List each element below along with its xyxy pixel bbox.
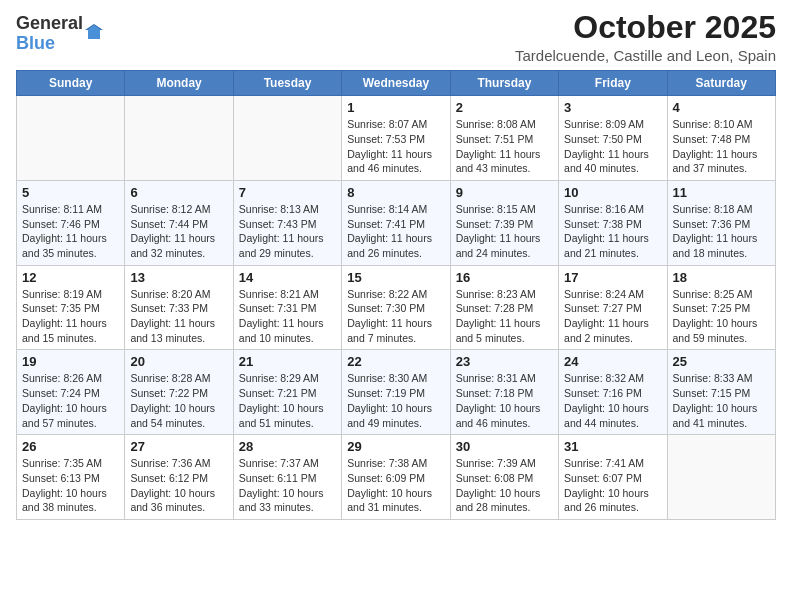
- table-row: 23Sunrise: 8:31 AM Sunset: 7:18 PM Dayli…: [450, 350, 558, 435]
- calendar-week-row: 26Sunrise: 7:35 AM Sunset: 6:13 PM Dayli…: [17, 435, 776, 520]
- day-info: Sunrise: 8:28 AM Sunset: 7:22 PM Dayligh…: [130, 371, 227, 430]
- day-number: 28: [239, 439, 336, 454]
- day-info: Sunrise: 8:33 AM Sunset: 7:15 PM Dayligh…: [673, 371, 770, 430]
- day-info: Sunrise: 8:31 AM Sunset: 7:18 PM Dayligh…: [456, 371, 553, 430]
- day-number: 30: [456, 439, 553, 454]
- day-number: 27: [130, 439, 227, 454]
- day-number: 3: [564, 100, 661, 115]
- col-wednesday: Wednesday: [342, 71, 450, 96]
- col-sunday: Sunday: [17, 71, 125, 96]
- day-number: 22: [347, 354, 444, 369]
- table-row: 11Sunrise: 8:18 AM Sunset: 7:36 PM Dayli…: [667, 180, 775, 265]
- title-block: October 2025 Tardelcuende, Castille and …: [515, 10, 776, 64]
- table-row: 31Sunrise: 7:41 AM Sunset: 6:07 PM Dayli…: [559, 435, 667, 520]
- day-info: Sunrise: 8:23 AM Sunset: 7:28 PM Dayligh…: [456, 287, 553, 346]
- day-info: Sunrise: 8:09 AM Sunset: 7:50 PM Dayligh…: [564, 117, 661, 176]
- calendar-week-row: 12Sunrise: 8:19 AM Sunset: 7:35 PM Dayli…: [17, 265, 776, 350]
- day-number: 29: [347, 439, 444, 454]
- table-row: 8Sunrise: 8:14 AM Sunset: 7:41 PM Daylig…: [342, 180, 450, 265]
- calendar-week-row: 19Sunrise: 8:26 AM Sunset: 7:24 PM Dayli…: [17, 350, 776, 435]
- day-number: 16: [456, 270, 553, 285]
- day-info: Sunrise: 8:16 AM Sunset: 7:38 PM Dayligh…: [564, 202, 661, 261]
- table-row: 2Sunrise: 8:08 AM Sunset: 7:51 PM Daylig…: [450, 96, 558, 181]
- table-row: 27Sunrise: 7:36 AM Sunset: 6:12 PM Dayli…: [125, 435, 233, 520]
- day-number: 17: [564, 270, 661, 285]
- table-row: 3Sunrise: 8:09 AM Sunset: 7:50 PM Daylig…: [559, 96, 667, 181]
- day-number: 18: [673, 270, 770, 285]
- table-row: 18Sunrise: 8:25 AM Sunset: 7:25 PM Dayli…: [667, 265, 775, 350]
- day-number: 6: [130, 185, 227, 200]
- day-number: 13: [130, 270, 227, 285]
- day-number: 2: [456, 100, 553, 115]
- table-row: 16Sunrise: 8:23 AM Sunset: 7:28 PM Dayli…: [450, 265, 558, 350]
- day-info: Sunrise: 7:38 AM Sunset: 6:09 PM Dayligh…: [347, 456, 444, 515]
- logo-blue: Blue: [16, 34, 83, 54]
- table-row: 20Sunrise: 8:28 AM Sunset: 7:22 PM Dayli…: [125, 350, 233, 435]
- day-number: 12: [22, 270, 119, 285]
- day-info: Sunrise: 8:24 AM Sunset: 7:27 PM Dayligh…: [564, 287, 661, 346]
- table-row: 29Sunrise: 7:38 AM Sunset: 6:09 PM Dayli…: [342, 435, 450, 520]
- table-row: [125, 96, 233, 181]
- location-title: Tardelcuende, Castille and Leon, Spain: [515, 47, 776, 64]
- month-title: October 2025: [515, 10, 776, 45]
- col-tuesday: Tuesday: [233, 71, 341, 96]
- header: General Blue October 2025 Tardelcuende, …: [16, 10, 776, 64]
- day-info: Sunrise: 7:36 AM Sunset: 6:12 PM Dayligh…: [130, 456, 227, 515]
- calendar-header-row: Sunday Monday Tuesday Wednesday Thursday…: [17, 71, 776, 96]
- col-saturday: Saturday: [667, 71, 775, 96]
- day-number: 10: [564, 185, 661, 200]
- table-row: 9Sunrise: 8:15 AM Sunset: 7:39 PM Daylig…: [450, 180, 558, 265]
- day-info: Sunrise: 8:29 AM Sunset: 7:21 PM Dayligh…: [239, 371, 336, 430]
- table-row: 14Sunrise: 8:21 AM Sunset: 7:31 PM Dayli…: [233, 265, 341, 350]
- day-info: Sunrise: 7:41 AM Sunset: 6:07 PM Dayligh…: [564, 456, 661, 515]
- day-info: Sunrise: 8:18 AM Sunset: 7:36 PM Dayligh…: [673, 202, 770, 261]
- day-info: Sunrise: 8:22 AM Sunset: 7:30 PM Dayligh…: [347, 287, 444, 346]
- col-friday: Friday: [559, 71, 667, 96]
- calendar-week-row: 5Sunrise: 8:11 AM Sunset: 7:46 PM Daylig…: [17, 180, 776, 265]
- day-info: Sunrise: 8:07 AM Sunset: 7:53 PM Dayligh…: [347, 117, 444, 176]
- page: General Blue October 2025 Tardelcuende, …: [0, 0, 792, 612]
- table-row: 25Sunrise: 8:33 AM Sunset: 7:15 PM Dayli…: [667, 350, 775, 435]
- table-row: 21Sunrise: 8:29 AM Sunset: 7:21 PM Dayli…: [233, 350, 341, 435]
- table-row: 12Sunrise: 8:19 AM Sunset: 7:35 PM Dayli…: [17, 265, 125, 350]
- day-info: Sunrise: 8:08 AM Sunset: 7:51 PM Dayligh…: [456, 117, 553, 176]
- day-number: 21: [239, 354, 336, 369]
- table-row: 4Sunrise: 8:10 AM Sunset: 7:48 PM Daylig…: [667, 96, 775, 181]
- table-row: 28Sunrise: 7:37 AM Sunset: 6:11 PM Dayli…: [233, 435, 341, 520]
- table-row: [667, 435, 775, 520]
- table-row: 5Sunrise: 8:11 AM Sunset: 7:46 PM Daylig…: [17, 180, 125, 265]
- day-info: Sunrise: 8:25 AM Sunset: 7:25 PM Dayligh…: [673, 287, 770, 346]
- day-info: Sunrise: 7:35 AM Sunset: 6:13 PM Dayligh…: [22, 456, 119, 515]
- calendar-week-row: 1Sunrise: 8:07 AM Sunset: 7:53 PM Daylig…: [17, 96, 776, 181]
- day-info: Sunrise: 8:30 AM Sunset: 7:19 PM Dayligh…: [347, 371, 444, 430]
- day-info: Sunrise: 8:32 AM Sunset: 7:16 PM Dayligh…: [564, 371, 661, 430]
- day-info: Sunrise: 8:14 AM Sunset: 7:41 PM Dayligh…: [347, 202, 444, 261]
- calendar-table: Sunday Monday Tuesday Wednesday Thursday…: [16, 70, 776, 520]
- day-number: 19: [22, 354, 119, 369]
- logo: General Blue: [16, 14, 103, 54]
- day-info: Sunrise: 8:11 AM Sunset: 7:46 PM Dayligh…: [22, 202, 119, 261]
- table-row: [17, 96, 125, 181]
- day-info: Sunrise: 7:37 AM Sunset: 6:11 PM Dayligh…: [239, 456, 336, 515]
- logo-general: General: [16, 14, 83, 34]
- day-info: Sunrise: 8:15 AM Sunset: 7:39 PM Dayligh…: [456, 202, 553, 261]
- table-row: 13Sunrise: 8:20 AM Sunset: 7:33 PM Dayli…: [125, 265, 233, 350]
- table-row: 7Sunrise: 8:13 AM Sunset: 7:43 PM Daylig…: [233, 180, 341, 265]
- day-number: 5: [22, 185, 119, 200]
- day-number: 26: [22, 439, 119, 454]
- day-number: 9: [456, 185, 553, 200]
- logo-icon: [85, 24, 103, 42]
- day-number: 4: [673, 100, 770, 115]
- table-row: [233, 96, 341, 181]
- table-row: 22Sunrise: 8:30 AM Sunset: 7:19 PM Dayli…: [342, 350, 450, 435]
- day-info: Sunrise: 8:21 AM Sunset: 7:31 PM Dayligh…: [239, 287, 336, 346]
- col-thursday: Thursday: [450, 71, 558, 96]
- table-row: 10Sunrise: 8:16 AM Sunset: 7:38 PM Dayli…: [559, 180, 667, 265]
- day-number: 14: [239, 270, 336, 285]
- day-number: 31: [564, 439, 661, 454]
- day-number: 11: [673, 185, 770, 200]
- table-row: 24Sunrise: 8:32 AM Sunset: 7:16 PM Dayli…: [559, 350, 667, 435]
- day-info: Sunrise: 8:10 AM Sunset: 7:48 PM Dayligh…: [673, 117, 770, 176]
- table-row: 19Sunrise: 8:26 AM Sunset: 7:24 PM Dayli…: [17, 350, 125, 435]
- day-info: Sunrise: 8:26 AM Sunset: 7:24 PM Dayligh…: [22, 371, 119, 430]
